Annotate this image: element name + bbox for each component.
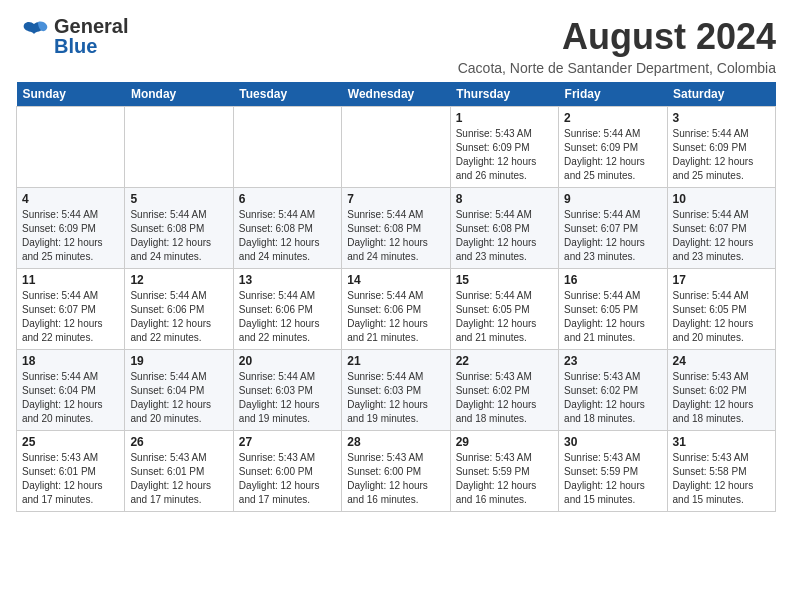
calendar-week-1: 1Sunrise: 5:43 AM Sunset: 6:09 PM Daylig… (17, 107, 776, 188)
day-number: 4 (22, 192, 119, 206)
calendar-week-2: 4Sunrise: 5:44 AM Sunset: 6:09 PM Daylig… (17, 188, 776, 269)
calendar-cell (125, 107, 233, 188)
calendar-cell: 25Sunrise: 5:43 AM Sunset: 6:01 PM Dayli… (17, 431, 125, 512)
day-number: 18 (22, 354, 119, 368)
calendar-header-row: SundayMondayTuesdayWednesdayThursdayFrid… (17, 82, 776, 107)
calendar-cell: 30Sunrise: 5:43 AM Sunset: 5:59 PM Dayli… (559, 431, 667, 512)
calendar-cell: 11Sunrise: 5:44 AM Sunset: 6:07 PM Dayli… (17, 269, 125, 350)
calendar-cell: 8Sunrise: 5:44 AM Sunset: 6:08 PM Daylig… (450, 188, 558, 269)
day-number: 26 (130, 435, 227, 449)
calendar-cell: 21Sunrise: 5:44 AM Sunset: 6:03 PM Dayli… (342, 350, 450, 431)
day-info: Sunrise: 5:44 AM Sunset: 6:08 PM Dayligh… (347, 208, 444, 264)
day-number: 20 (239, 354, 336, 368)
day-number: 1 (456, 111, 553, 125)
day-number: 30 (564, 435, 661, 449)
calendar-cell: 14Sunrise: 5:44 AM Sunset: 6:06 PM Dayli… (342, 269, 450, 350)
calendar-cell: 22Sunrise: 5:43 AM Sunset: 6:02 PM Dayli… (450, 350, 558, 431)
day-info: Sunrise: 5:43 AM Sunset: 6:02 PM Dayligh… (456, 370, 553, 426)
day-number: 16 (564, 273, 661, 287)
day-info: Sunrise: 5:43 AM Sunset: 6:09 PM Dayligh… (456, 127, 553, 183)
calendar-cell: 7Sunrise: 5:44 AM Sunset: 6:08 PM Daylig… (342, 188, 450, 269)
day-info: Sunrise: 5:44 AM Sunset: 6:06 PM Dayligh… (239, 289, 336, 345)
day-info: Sunrise: 5:44 AM Sunset: 6:09 PM Dayligh… (673, 127, 770, 183)
calendar-cell: 16Sunrise: 5:44 AM Sunset: 6:05 PM Dayli… (559, 269, 667, 350)
logo-icon (16, 18, 52, 54)
weekday-header-wednesday: Wednesday (342, 82, 450, 107)
calendar-cell: 1Sunrise: 5:43 AM Sunset: 6:09 PM Daylig… (450, 107, 558, 188)
day-number: 11 (22, 273, 119, 287)
day-number: 29 (456, 435, 553, 449)
logo-text: General Blue (54, 16, 128, 56)
day-info: Sunrise: 5:44 AM Sunset: 6:07 PM Dayligh… (673, 208, 770, 264)
day-info: Sunrise: 5:44 AM Sunset: 6:08 PM Dayligh… (130, 208, 227, 264)
day-info: Sunrise: 5:44 AM Sunset: 6:03 PM Dayligh… (347, 370, 444, 426)
calendar-cell: 10Sunrise: 5:44 AM Sunset: 6:07 PM Dayli… (667, 188, 775, 269)
day-info: Sunrise: 5:43 AM Sunset: 6:02 PM Dayligh… (673, 370, 770, 426)
logo: General Blue (16, 16, 128, 56)
day-info: Sunrise: 5:44 AM Sunset: 6:08 PM Dayligh… (239, 208, 336, 264)
day-info: Sunrise: 5:43 AM Sunset: 5:58 PM Dayligh… (673, 451, 770, 507)
day-info: Sunrise: 5:44 AM Sunset: 6:06 PM Dayligh… (130, 289, 227, 345)
calendar-cell: 31Sunrise: 5:43 AM Sunset: 5:58 PM Dayli… (667, 431, 775, 512)
day-info: Sunrise: 5:44 AM Sunset: 6:09 PM Dayligh… (22, 208, 119, 264)
day-info: Sunrise: 5:44 AM Sunset: 6:05 PM Dayligh… (673, 289, 770, 345)
calendar-cell: 24Sunrise: 5:43 AM Sunset: 6:02 PM Dayli… (667, 350, 775, 431)
day-info: Sunrise: 5:44 AM Sunset: 6:09 PM Dayligh… (564, 127, 661, 183)
day-number: 12 (130, 273, 227, 287)
day-number: 10 (673, 192, 770, 206)
day-number: 6 (239, 192, 336, 206)
day-number: 7 (347, 192, 444, 206)
title-area: August 2024 Cacota, Norte de Santander D… (458, 16, 776, 76)
day-number: 14 (347, 273, 444, 287)
calendar-cell (233, 107, 341, 188)
calendar-cell: 20Sunrise: 5:44 AM Sunset: 6:03 PM Dayli… (233, 350, 341, 431)
calendar-cell: 17Sunrise: 5:44 AM Sunset: 6:05 PM Dayli… (667, 269, 775, 350)
day-number: 17 (673, 273, 770, 287)
day-number: 28 (347, 435, 444, 449)
calendar-cell: 13Sunrise: 5:44 AM Sunset: 6:06 PM Dayli… (233, 269, 341, 350)
day-number: 25 (22, 435, 119, 449)
calendar-cell: 12Sunrise: 5:44 AM Sunset: 6:06 PM Dayli… (125, 269, 233, 350)
page-header: General Blue August 2024 Cacota, Norte d… (16, 16, 776, 76)
calendar-week-3: 11Sunrise: 5:44 AM Sunset: 6:07 PM Dayli… (17, 269, 776, 350)
calendar-cell: 23Sunrise: 5:43 AM Sunset: 6:02 PM Dayli… (559, 350, 667, 431)
calendar-cell: 29Sunrise: 5:43 AM Sunset: 5:59 PM Dayli… (450, 431, 558, 512)
logo-general: General (54, 16, 128, 36)
day-number: 24 (673, 354, 770, 368)
day-info: Sunrise: 5:44 AM Sunset: 6:04 PM Dayligh… (22, 370, 119, 426)
day-number: 15 (456, 273, 553, 287)
day-info: Sunrise: 5:43 AM Sunset: 6:01 PM Dayligh… (22, 451, 119, 507)
month-title: August 2024 (458, 16, 776, 58)
calendar-week-4: 18Sunrise: 5:44 AM Sunset: 6:04 PM Dayli… (17, 350, 776, 431)
weekday-header-saturday: Saturday (667, 82, 775, 107)
calendar-cell (17, 107, 125, 188)
calendar-cell (342, 107, 450, 188)
day-info: Sunrise: 5:43 AM Sunset: 5:59 PM Dayligh… (564, 451, 661, 507)
day-number: 8 (456, 192, 553, 206)
calendar-cell: 9Sunrise: 5:44 AM Sunset: 6:07 PM Daylig… (559, 188, 667, 269)
weekday-header-friday: Friday (559, 82, 667, 107)
weekday-header-tuesday: Tuesday (233, 82, 341, 107)
day-number: 9 (564, 192, 661, 206)
location-title: Cacota, Norte de Santander Department, C… (458, 60, 776, 76)
calendar-cell: 18Sunrise: 5:44 AM Sunset: 6:04 PM Dayli… (17, 350, 125, 431)
calendar-cell: 4Sunrise: 5:44 AM Sunset: 6:09 PM Daylig… (17, 188, 125, 269)
calendar-cell: 15Sunrise: 5:44 AM Sunset: 6:05 PM Dayli… (450, 269, 558, 350)
day-info: Sunrise: 5:43 AM Sunset: 6:02 PM Dayligh… (564, 370, 661, 426)
logo-blue: Blue (54, 36, 128, 56)
calendar-cell: 3Sunrise: 5:44 AM Sunset: 6:09 PM Daylig… (667, 107, 775, 188)
day-number: 5 (130, 192, 227, 206)
day-number: 2 (564, 111, 661, 125)
day-info: Sunrise: 5:44 AM Sunset: 6:03 PM Dayligh… (239, 370, 336, 426)
calendar-cell: 27Sunrise: 5:43 AM Sunset: 6:00 PM Dayli… (233, 431, 341, 512)
weekday-header-thursday: Thursday (450, 82, 558, 107)
day-info: Sunrise: 5:44 AM Sunset: 6:07 PM Dayligh… (22, 289, 119, 345)
weekday-header-monday: Monday (125, 82, 233, 107)
day-number: 3 (673, 111, 770, 125)
calendar-cell: 19Sunrise: 5:44 AM Sunset: 6:04 PM Dayli… (125, 350, 233, 431)
calendar-cell: 26Sunrise: 5:43 AM Sunset: 6:01 PM Dayli… (125, 431, 233, 512)
calendar-table: SundayMondayTuesdayWednesdayThursdayFrid… (16, 82, 776, 512)
day-number: 22 (456, 354, 553, 368)
day-info: Sunrise: 5:43 AM Sunset: 6:00 PM Dayligh… (347, 451, 444, 507)
day-number: 19 (130, 354, 227, 368)
